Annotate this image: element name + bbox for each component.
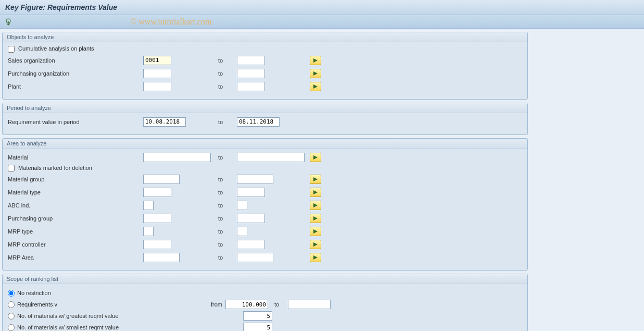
- cumulative-analysis-checkbox[interactable]: [8, 46, 15, 53]
- materials-deletion-label: Materials marked for deletion: [18, 165, 92, 171]
- plant-to-input[interactable]: [237, 82, 265, 91]
- sales-org-from-input[interactable]: [143, 56, 171, 65]
- purch-org-from-input[interactable]: [143, 69, 171, 78]
- sales-org-to-input[interactable]: [237, 56, 265, 65]
- req-v-label: Requirements v: [17, 301, 205, 308]
- smallest-radio[interactable]: [8, 324, 15, 331]
- mrptype-label: MRP type: [8, 228, 143, 235]
- req-v-radio[interactable]: [8, 301, 15, 308]
- execute-icon[interactable]: [4, 18, 12, 26]
- abc-label: ABC ind.: [8, 202, 143, 209]
- sales-org-multi-button[interactable]: [310, 56, 321, 65]
- group-period-title: Period to analyze: [3, 103, 527, 113]
- mattype-to-input[interactable]: [237, 188, 265, 197]
- mrparea-from-input[interactable]: [143, 253, 180, 262]
- matgroup-label: Material group: [8, 176, 143, 182]
- plant-multi-button[interactable]: [310, 82, 321, 91]
- plant-label: Plant: [8, 83, 143, 90]
- greatest-radio[interactable]: [8, 313, 15, 320]
- abc-from-input[interactable]: [143, 201, 154, 210]
- req-period-from-input[interactable]: [143, 117, 186, 127]
- greatest-label: No. of materials w/ greatest reqmt value: [17, 313, 205, 319]
- page-title: Key Figure: Requirements Value: [0, 0, 644, 15]
- abc-to-input[interactable]: [237, 201, 247, 210]
- sales-org-label: Sales organization: [8, 57, 143, 64]
- smallest-value-input[interactable]: [243, 323, 272, 331]
- material-to-input[interactable]: [237, 153, 305, 162]
- mrparea-multi-button[interactable]: [310, 253, 321, 262]
- greatest-value-input[interactable]: [243, 311, 272, 321]
- pgroup-from-input[interactable]: [143, 214, 171, 223]
- mattype-label: Material type: [8, 189, 143, 195]
- pgroup-label: Purchasing group: [8, 215, 143, 222]
- group-period: Period to analyze Requirement value in p…: [2, 103, 528, 135]
- req-v-from-input[interactable]: [225, 300, 268, 309]
- group-scope: Scope of ranking list No restriction Req…: [2, 274, 528, 331]
- purch-org-to-input[interactable]: [237, 69, 265, 78]
- toolbar: © www.tutorialkart.com: [0, 15, 644, 29]
- matgroup-to-input[interactable]: [237, 175, 273, 184]
- matgroup-multi-button[interactable]: [310, 175, 321, 184]
- group-objects-title: Objects to analyze: [3, 32, 527, 42]
- req-v-to-input[interactable]: [288, 300, 331, 309]
- materials-deletion-checkbox[interactable]: [8, 165, 15, 171]
- mrptype-to-input[interactable]: [237, 227, 247, 236]
- no-restriction-label: No restriction: [17, 290, 205, 296]
- matgroup-from-input[interactable]: [143, 175, 180, 184]
- pgroup-multi-button[interactable]: [310, 214, 321, 223]
- mattype-multi-button[interactable]: [310, 188, 321, 197]
- group-scope-title: Scope of ranking list: [3, 274, 527, 284]
- mrptype-multi-button[interactable]: [310, 227, 321, 236]
- group-area-title: Area to analyze: [3, 139, 527, 149]
- plant-from-input[interactable]: [143, 82, 171, 91]
- pgroup-to-input[interactable]: [237, 214, 265, 223]
- mrpctrl-from-input[interactable]: [143, 240, 171, 249]
- purch-org-label: Purchasing organization: [8, 70, 143, 77]
- material-label: Material: [8, 154, 143, 161]
- abc-multi-button[interactable]: [310, 201, 321, 210]
- req-period-label: Requirement value in period: [8, 119, 143, 125]
- mrpctrl-label: MRP controller: [8, 241, 143, 248]
- no-restriction-radio[interactable]: [8, 290, 15, 297]
- watermark-text: © www.tutorialkart.com: [130, 17, 211, 27]
- purch-org-multi-button[interactable]: [310, 69, 321, 78]
- mrpctrl-to-input[interactable]: [237, 240, 265, 249]
- mrptype-from-input[interactable]: [143, 227, 154, 236]
- mattype-from-input[interactable]: [143, 188, 171, 197]
- group-area: Area to analyze Material to Materials ma…: [2, 138, 528, 271]
- mrparea-label: MRP Area: [8, 254, 143, 261]
- req-period-to-input[interactable]: [237, 117, 280, 127]
- cumulative-analysis-label: Cumulative analysis on plants: [18, 45, 94, 52]
- group-objects: Objects to analyze Cumulative analysis o…: [2, 32, 528, 100]
- to-label: to: [216, 57, 237, 64]
- material-multi-button[interactable]: [310, 153, 321, 162]
- content-area: Objects to analyze Cumulative analysis o…: [0, 29, 644, 331]
- smallest-label: No. of materials w/ smallest reqmt value: [17, 324, 205, 330]
- mrpctrl-multi-button[interactable]: [310, 240, 321, 249]
- mrparea-to-input[interactable]: [237, 253, 273, 262]
- material-from-input[interactable]: [143, 153, 211, 162]
- from-label: from: [205, 301, 225, 308]
